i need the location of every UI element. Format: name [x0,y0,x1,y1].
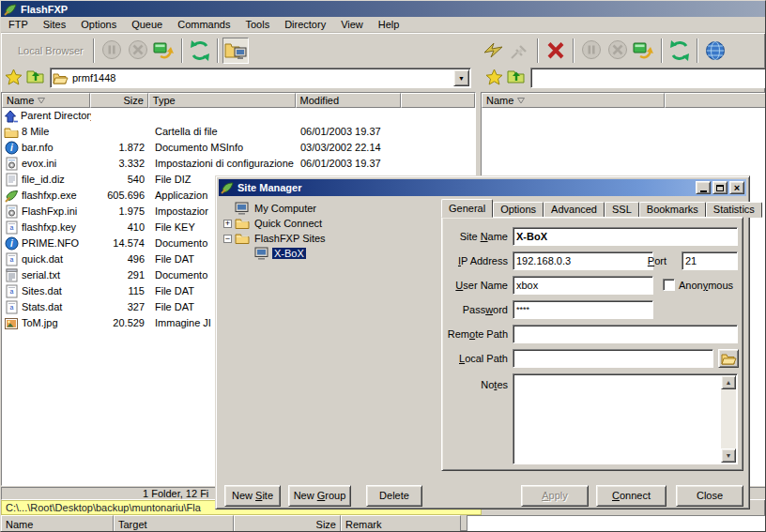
config-doc-icon [4,157,19,171]
favorites-star-icon[interactable] [5,68,23,85]
tab-statistics[interactable]: Statistics [706,202,762,218]
tab-bookmarks[interactable]: Bookmarks [639,202,706,218]
menu-help[interactable]: Help [371,18,407,31]
delete-button[interactable]: Delete [366,485,422,507]
notes-scrollbar[interactable]: ▲ ▼ [721,375,736,463]
computer-icon [235,202,250,215]
transfer-queue-button[interactable] [151,38,177,64]
address-row: prmf1448 ▼ [1,66,766,92]
column-header-filler[interactable] [401,93,475,108]
collapse-minus-icon[interactable]: − [223,235,232,243]
dat-doc-icon: a [4,300,19,314]
combobox-dropdown-button[interactable]: ▼ [453,69,469,86]
close-button[interactable]: Close [676,485,743,507]
password-input[interactable] [513,300,653,319]
local-path-input[interactable] [513,349,713,368]
dat-doc-icon: a [4,220,19,235]
user-name-label: User Name [444,276,508,295]
globe-icon [704,39,727,62]
abort-button[interactable] [543,38,569,64]
remote-path-input[interactable] [513,325,738,343]
disconnect-button [507,38,533,64]
minimize-button[interactable] [696,181,711,194]
tree-item-quick-connect[interactable]: +Quick Connect [222,216,434,231]
transfer-queue-button[interactable] [631,38,657,64]
file-name-text: serial.txt [22,267,60,283]
maximize-button[interactable] [712,181,728,194]
column-header-name[interactable]: Name [2,93,90,108]
scroll-down-icon[interactable]: ▼ [721,448,736,463]
queue-column-headers: NameTargetSizeRemark [1,515,461,532]
tree-item-flashfxp-sites[interactable]: −FlashFXP Sites [222,231,434,246]
column-header-remark[interactable]: Remark [341,515,461,532]
file-size: 1.975 [91,204,149,220]
expand-plus-icon[interactable]: + [223,220,232,228]
menu-ftp[interactable]: FTP [1,18,36,31]
file-row[interactable]: ibar.nfo1.872Documento MSInfo03/03/2002 … [2,140,475,156]
column-header-modified[interactable]: Modified [296,93,401,108]
folder-up-icon[interactable] [26,68,45,84]
tab-ssl[interactable]: SSL [605,202,639,218]
local-path-value: prmf1448 [69,72,453,84]
tab-general[interactable]: General [441,199,493,218]
browse-local-path-button[interactable] [718,349,739,368]
refresh-icon [667,39,692,62]
menu-queue[interactable]: Queue [124,18,170,31]
column-header-type[interactable]: Type [148,93,296,108]
column-header-size[interactable]: Size [234,515,341,532]
column-header-target[interactable]: Target [114,515,234,532]
refresh-button[interactable] [666,38,693,64]
new-group-button[interactable]: New Group [288,485,351,507]
pause-icon [101,39,123,61]
local-browser-toggle[interactable] [222,38,249,64]
tab-options[interactable]: Options [493,202,544,218]
apply-button[interactable]: Apply [521,485,589,507]
connect-button[interactable] [481,38,507,64]
sites-tree: My Computer+Quick Connect−FlashFXP Sites… [222,201,434,469]
column-header-name[interactable]: Name [482,93,665,108]
user-name-input[interactable] [513,276,653,295]
menu-directory[interactable]: Directory [277,18,333,31]
connect-button[interactable]: Connect [596,485,666,507]
file-row[interactable]: 8 MileCartella di file06/01/2003 19.37 [2,124,475,140]
file-row[interactable]: Parent Directory [2,108,475,124]
site-name-input[interactable] [513,227,738,246]
remote-path-combobox[interactable] [530,68,766,88]
file-size: 115 [91,283,149,299]
refresh-button[interactable] [187,38,213,64]
column-header-name[interactable]: Name [1,515,114,532]
scroll-up-icon[interactable]: ▲ [721,375,736,389]
tree-item-x-box[interactable]: X-BoX [222,246,434,261]
column-header-size[interactable]: Size [90,93,148,108]
column-header-filler[interactable] [665,93,766,108]
remote-toolbar [481,34,766,67]
favorites-star-icon[interactable] [485,68,503,85]
anonymous-checkbox[interactable] [663,279,675,291]
window-title: FlashFXP [21,4,68,15]
image-doc-icon [4,317,19,330]
refresh-icon [188,39,212,62]
new-site-button[interactable]: New Site [224,485,281,507]
port-input[interactable] [682,251,738,270]
menu-view[interactable]: View [333,18,371,31]
file-size: 540 [91,172,149,188]
tab-advanced[interactable]: Advanced [544,202,605,218]
queue-pause-button [578,38,605,64]
remote-browser-button[interactable] [702,38,728,64]
menu-options[interactable]: Options [73,18,124,31]
menu-commands[interactable]: Commands [170,18,237,31]
folder-up-icon[interactable] [507,68,526,84]
close-icon[interactable]: × [729,181,744,194]
file-name-text: PRIME.NFO [22,236,79,251]
file-row[interactable]: evox.ini3.332Impostazioni di configurazi… [2,156,475,172]
menu-sites[interactable]: Sites [36,18,73,31]
menu-tools[interactable]: Tools [237,18,277,31]
pause-icon [581,39,603,61]
text-doc-icon [4,268,19,282]
notes-textarea[interactable]: ▲ ▼ [513,373,738,464]
tree-item-my-computer[interactable]: My Computer [222,201,434,216]
file-size: 1.872 [91,140,149,156]
parent-up-icon [4,110,18,123]
site-manager-dialog: Site Manager × My Computer+Quick Connect… [215,175,750,509]
local-path-combobox[interactable]: prmf1448 ▼ [50,68,471,88]
